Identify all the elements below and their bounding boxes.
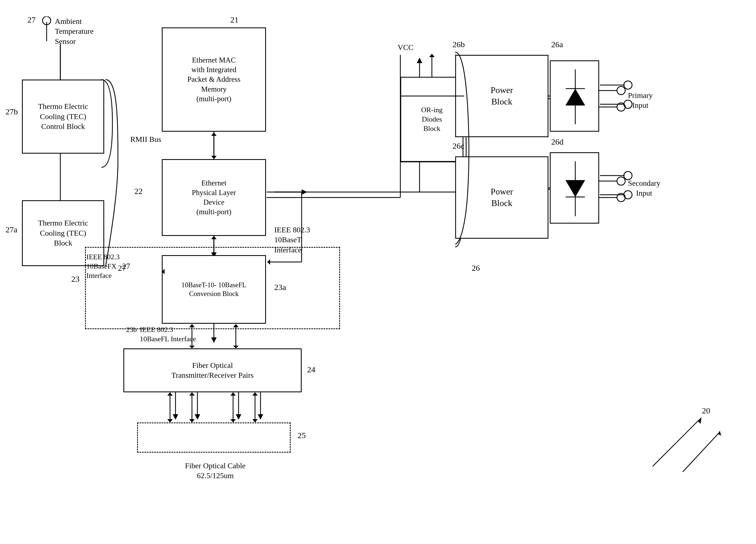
fiber-cable-box bbox=[137, 423, 291, 453]
svg-point-33 bbox=[617, 103, 625, 111]
rmii-bus-label: RMII Bus bbox=[130, 134, 161, 144]
svg-marker-57 bbox=[211, 156, 217, 159]
ambient-sensor-label: AmbientTemperatureSensor bbox=[55, 16, 94, 46]
ref-27b: 27b bbox=[5, 107, 18, 116]
svg-marker-58 bbox=[211, 132, 217, 136]
ref-27a: 27a bbox=[5, 225, 17, 234]
power-block-top: PowerBlock bbox=[455, 55, 548, 137]
ieee-10basefl-text: IEEE 802.310BaseFL Interface bbox=[140, 325, 196, 344]
diode-top-box bbox=[550, 60, 599, 132]
svg-marker-66 bbox=[233, 346, 239, 349]
fiber-optical-tx-block: Fiber OpticalTransmitter/Receiver Pairs bbox=[123, 349, 302, 392]
svg-marker-47 bbox=[566, 89, 585, 105]
svg-marker-51 bbox=[566, 180, 585, 197]
svg-line-42 bbox=[653, 420, 699, 466]
svg-line-99 bbox=[683, 434, 718, 472]
ref-27c: 27 bbox=[27, 15, 36, 24]
svg-marker-79 bbox=[252, 392, 258, 396]
ref-23: 23 bbox=[71, 274, 80, 284]
diode-bottom-symbol bbox=[551, 153, 600, 224]
svg-marker-73 bbox=[189, 392, 195, 396]
svg-marker-61 bbox=[211, 236, 217, 239]
ref-26: 26 bbox=[472, 263, 480, 273]
ref-23a: 23a bbox=[274, 283, 286, 292]
svg-marker-41 bbox=[302, 189, 307, 195]
svg-marker-69 bbox=[167, 419, 173, 423]
svg-marker-63 bbox=[189, 346, 195, 349]
svg-point-36 bbox=[617, 177, 625, 185]
power-block-bottom: PowerBlock bbox=[455, 156, 548, 239]
sensor-symbol bbox=[36, 16, 58, 44]
diode-bottom-box bbox=[550, 152, 599, 223]
ref-26c: 26c bbox=[452, 141, 464, 151]
diagram: 27 AmbientTemperatureSensor Thermo Elect… bbox=[0, 0, 756, 544]
ref-26b: 26b bbox=[452, 40, 465, 49]
svg-marker-72 bbox=[189, 419, 195, 423]
ref-20: 20 bbox=[702, 406, 710, 415]
ieee-10basefl-label: 23b bbox=[126, 325, 137, 335]
svg-point-91 bbox=[624, 81, 632, 89]
tec-control-block: Thermo ElectricCooling (TEC)Control Bloc… bbox=[22, 80, 104, 154]
svg-marker-78 bbox=[252, 419, 258, 423]
svg-marker-75 bbox=[230, 419, 236, 423]
svg-marker-22 bbox=[258, 414, 263, 420]
ieee-10basefx-label: IEEE 802.310BaseFXInterface bbox=[86, 252, 120, 280]
svg-marker-19 bbox=[236, 414, 241, 420]
vcc-label: VCC bbox=[398, 42, 414, 52]
ref-22: 22 bbox=[134, 186, 143, 196]
svg-marker-11 bbox=[211, 338, 217, 343]
svg-point-32 bbox=[617, 86, 625, 95]
conversion-block: 10BaseT-10- 10BaseFLConversion Block bbox=[162, 255, 266, 324]
ref-26d: 26d bbox=[551, 137, 564, 146]
ref-26a: 26a bbox=[551, 40, 563, 49]
secondary-input-label: SecondaryInput bbox=[628, 178, 660, 198]
ref-25: 25 bbox=[298, 431, 306, 440]
ethernet-mac-block: Ethernet MACwith IntegratedPacket & Addr… bbox=[162, 27, 266, 132]
svg-marker-70 bbox=[167, 392, 173, 396]
diode-top-symbol bbox=[551, 61, 600, 132]
ref-24: 24 bbox=[307, 365, 315, 374]
svg-marker-16 bbox=[195, 414, 200, 420]
svg-marker-81 bbox=[429, 54, 435, 57]
ethernet-phy-block: EthernetPhysical LayerDevice(multi-port) bbox=[162, 159, 266, 236]
svg-marker-76 bbox=[230, 392, 236, 396]
svg-marker-25 bbox=[417, 58, 422, 63]
ref-21: 21 bbox=[230, 15, 239, 24]
svg-marker-100 bbox=[718, 431, 721, 436]
svg-marker-43 bbox=[698, 417, 701, 424]
primary-input-label: PrimaryInput bbox=[628, 90, 653, 110]
svg-marker-13 bbox=[173, 414, 178, 420]
svg-point-37 bbox=[617, 193, 625, 202]
fiber-cable-label: Fiber Optical Cable62.5/125um bbox=[126, 461, 304, 481]
